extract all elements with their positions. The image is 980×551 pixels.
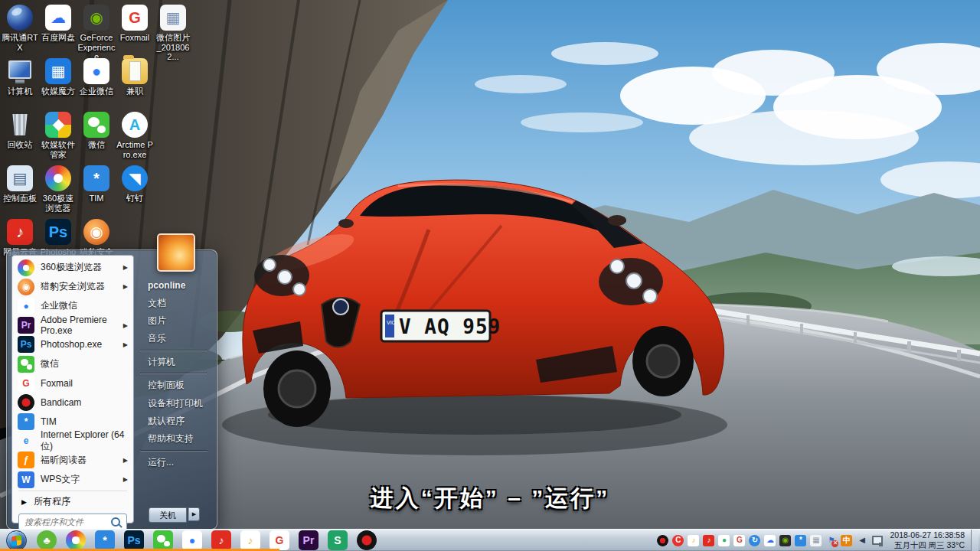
start-menu-item-devices-printers[interactable]: 设备和打印机 bbox=[139, 394, 212, 412]
start-menu-program-liebao-browser[interactable]: ◉猎豹安全浏览器▶ bbox=[12, 277, 133, 296]
desktop-icon-label: Foxmail bbox=[120, 33, 150, 43]
start-menu: 360极速浏览器▶◉猎豹安全浏览器▶●企业微信PrAdobe Premiere … bbox=[6, 249, 217, 530]
bandicam-icon bbox=[357, 530, 377, 550]
taskbar-button-tim[interactable]: * bbox=[90, 530, 119, 551]
desktop-icon-360-speed-browser-desktop[interactable]: 360极速浏览器 bbox=[39, 165, 77, 213]
ime-chinese-icon: 中 bbox=[841, 535, 852, 546]
taskbar-button-green-s-app[interactable]: S bbox=[323, 530, 352, 551]
start-menu-program-wps-word[interactable]: WWPS文字▶ bbox=[12, 470, 133, 489]
tray-icon-baidu-netdisk-tray[interactable]: ☁ bbox=[763, 534, 776, 547]
desktop-icon-tim-desktop[interactable]: *TIM bbox=[77, 165, 116, 204]
geforce-experience-icon: ◉ bbox=[83, 5, 109, 31]
desktop-icon-wechat-desktop[interactable]: 微信 bbox=[77, 112, 116, 150]
desktop-icon-label: 腾讯通RTX bbox=[1, 33, 39, 52]
start-menu-item-control-panel[interactable]: 控制面板 bbox=[139, 377, 212, 394]
tray-icon-network[interactable] bbox=[871, 534, 884, 547]
tray-icon-action-center-flag[interactable]: ⚑ bbox=[825, 534, 838, 547]
desktop-icon-part-time-folder[interactable]: 兼职 bbox=[116, 58, 154, 96]
desktop-icon-label: 微信图片_2018062... bbox=[154, 33, 192, 62]
start-menu-item-music[interactable]: 音乐 bbox=[139, 330, 212, 347]
show-desktop-button[interactable] bbox=[971, 530, 978, 551]
tray-icon-mofang-grid-tray[interactable]: ▦ bbox=[809, 534, 822, 547]
360-browser-tray-icon: ↻ bbox=[749, 535, 760, 546]
green-white-app-tray-icon: ● bbox=[718, 535, 730, 546]
start-menu-program-wechat[interactable]: 微信 bbox=[12, 354, 133, 373]
search-icon bbox=[111, 517, 120, 527]
start-menu-item-default-programs[interactable]: 默认程序 bbox=[139, 412, 212, 430]
start-menu-program-foxit-reader[interactable]: ƒ福昕阅读器▶ bbox=[12, 451, 133, 470]
desktop-icon-enterprise-wechat-desktop[interactable]: ●企业微信 bbox=[77, 58, 116, 96]
tim-tray-icon: * bbox=[795, 535, 806, 546]
taskbar-button-premiere[interactable]: Pr bbox=[294, 530, 323, 551]
taskbar-clock[interactable]: 2018-06-27 16:38:58 五月十四 周三 33°C bbox=[886, 530, 969, 550]
submenu-arrow-icon: ▶ bbox=[123, 264, 128, 271]
tray-icon-red-c-app-tray[interactable]: C bbox=[671, 534, 684, 547]
desktop-icon-dingtalk[interactable]: ◥钉钉 bbox=[116, 165, 154, 204]
shutdown-button[interactable]: 关机 bbox=[149, 507, 187, 523]
desktop-icon-ruanmei-mofang[interactable]: ▦软媒魔方 bbox=[39, 58, 77, 96]
photoshop-icon: Ps bbox=[124, 530, 144, 550]
divider bbox=[140, 350, 207, 351]
desktop-icon-foxmail-desktop[interactable]: GFoxmail bbox=[116, 5, 154, 43]
taskbar-button-netease-music[interactable]: ♪ bbox=[207, 530, 236, 551]
tray-icon-qq-music-tray[interactable]: ♪ bbox=[687, 534, 700, 547]
taskbar-button-enterprise-wechat[interactable]: ● bbox=[178, 530, 207, 551]
start-menu-program-enterprise-wechat[interactable]: ●企业微信 bbox=[12, 296, 133, 315]
desktop-icon-wechat-image-file[interactable]: ▦微信图片_2018062... bbox=[154, 5, 192, 62]
start-menu-item-computer[interactable]: 计算机 bbox=[139, 354, 212, 371]
start-menu-program-360-speed-browser[interactable]: 360极速浏览器▶ bbox=[12, 258, 133, 277]
desktop-icon-arctime-pro[interactable]: AArctime Pro.exe bbox=[116, 112, 154, 159]
taskbar-button-360-safe-guard[interactable]: ♣ bbox=[32, 530, 61, 551]
tray-icon-360-browser-tray[interactable]: ↻ bbox=[748, 534, 761, 547]
tray-icon-bandicam-tray[interactable] bbox=[656, 534, 669, 547]
desktop-icon-recycle-bin[interactable]: 回收站 bbox=[1, 112, 39, 150]
tencent-rtx-icon bbox=[7, 5, 33, 31]
submenu-arrow-icon: ▶ bbox=[123, 457, 128, 464]
taskbar-button-qq-music[interactable]: ♪ bbox=[236, 530, 265, 551]
tray-icon-volume[interactable]: ◀ bbox=[855, 534, 868, 547]
start-menu-program-adobe-premiere[interactable]: PrAdobe Premiere Pro.exe▶ bbox=[12, 316, 133, 335]
taskbar-button-photoshop[interactable]: Ps bbox=[119, 530, 149, 551]
tray-icon-foxmail-tray[interactable]: G bbox=[733, 534, 746, 547]
start-menu-program-internet-explorer[interactable]: eInternet Explorer (64 位) bbox=[12, 432, 133, 451]
desktop-icon-baidu-netdisk[interactable]: ☁百度网盘 bbox=[39, 5, 77, 43]
taskbar-button-bandicam[interactable] bbox=[352, 530, 381, 551]
tray-icon-nvidia-tray[interactable]: ◉ bbox=[779, 534, 792, 547]
start-menu-item-documents[interactable]: 文档 bbox=[139, 294, 212, 311]
tray-icon-tim-tray[interactable]: * bbox=[794, 534, 807, 547]
tim-icon: * bbox=[18, 413, 34, 430]
start-menu-program-foxmail[interactable]: GFoxmail bbox=[12, 373, 133, 393]
tim-icon: * bbox=[95, 530, 115, 550]
tray-icon-green-white-app-tray[interactable]: ● bbox=[717, 534, 730, 547]
windows7-desktop: VIC V AQ 959 腾讯通RTX☁百度网盘◉GeForce Experie… bbox=[0, 0, 980, 551]
tray-icon-ime-chinese[interactable]: 中 bbox=[840, 534, 853, 547]
wechat-image-file-icon: ▦ bbox=[160, 5, 186, 31]
search-input[interactable] bbox=[23, 517, 107, 527]
user-avatar[interactable] bbox=[157, 233, 195, 272]
start-menu-item-run[interactable]: 运行... bbox=[139, 454, 212, 471]
foxmail-desktop-icon: G bbox=[122, 5, 148, 31]
program-label: Photoshop.exe bbox=[41, 339, 102, 350]
desktop-icon-ruanmei-manager[interactable]: 软媒软件管家 bbox=[39, 112, 77, 159]
start-button[interactable] bbox=[0, 530, 32, 551]
start-menu-item-pictures[interactable]: 图片 bbox=[139, 312, 212, 330]
internet-explorer-icon: e bbox=[18, 432, 34, 449]
taskbar-button-360-speed-browser[interactable] bbox=[61, 530, 90, 551]
all-programs-item[interactable]: ▶ 所有程序 bbox=[12, 493, 133, 510]
shutdown-options-arrow[interactable]: ▶ bbox=[188, 507, 200, 521]
desktop-icon-tencent-rtx[interactable]: 腾讯通RTX bbox=[1, 5, 39, 52]
taskbar-button-foxmail[interactable]: G bbox=[265, 530, 294, 551]
desktop-icon-label: 控制面板 bbox=[3, 194, 37, 204]
desktop-icon-label: 软媒魔方 bbox=[41, 86, 75, 96]
desktop-icon-geforce-experience[interactable]: ◉GeForce Experience bbox=[77, 5, 116, 62]
start-menu-item-help-support[interactable]: 帮助和支持 bbox=[139, 430, 212, 448]
divider bbox=[18, 491, 127, 491]
desktop-icon-label: Arctime Pro.exe bbox=[116, 140, 154, 159]
desktop-icon-control-panel-desktop[interactable]: ▤控制面板 bbox=[1, 165, 39, 204]
start-menu-program-photoshop[interactable]: PsPhotoshop.exe▶ bbox=[12, 335, 133, 354]
taskbar-button-wechat[interactable] bbox=[149, 530, 178, 551]
start-menu-item-user-pconline[interactable]: pconline bbox=[139, 276, 212, 294]
tray-icon-netease-music-tray[interactable]: ♪ bbox=[702, 534, 715, 547]
start-menu-program-bandicam[interactable]: Bandicam bbox=[12, 393, 133, 412]
desktop-icon-computer[interactable]: 计算机 bbox=[1, 58, 39, 96]
